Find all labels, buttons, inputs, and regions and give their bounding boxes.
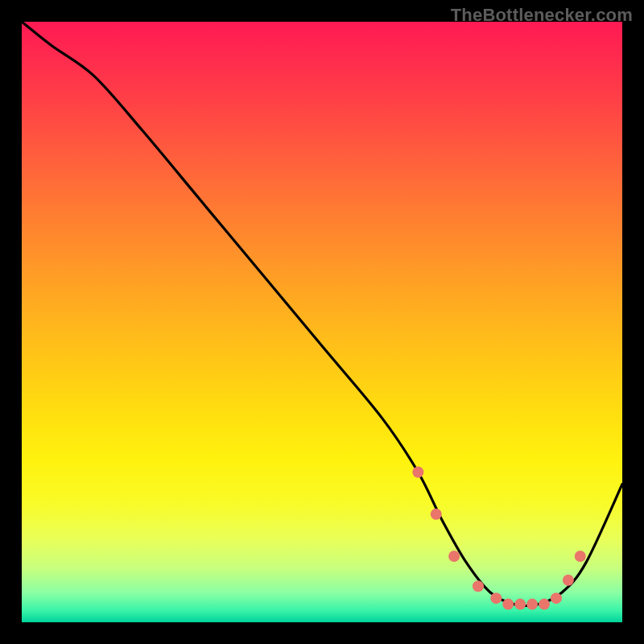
chart-root: TheBottlenecker.com [0,0,644,644]
marker-dot [473,580,484,592]
highlight-markers [412,467,585,610]
curve-layer [22,22,622,622]
plot-area [22,22,622,622]
marker-dot [526,599,538,610]
marker-dot [502,599,514,610]
marker-dot [514,599,526,610]
bottleneck-curve [22,22,622,605]
marker-dot [539,599,550,610]
marker-dot [551,592,562,604]
marker-dot [563,575,574,586]
marker-dot [412,467,423,478]
marker-dot [431,509,442,520]
marker-dot [448,551,460,562]
watermark-text: TheBottlenecker.com [451,5,633,26]
marker-dot [490,592,502,604]
marker-dot [575,551,586,562]
